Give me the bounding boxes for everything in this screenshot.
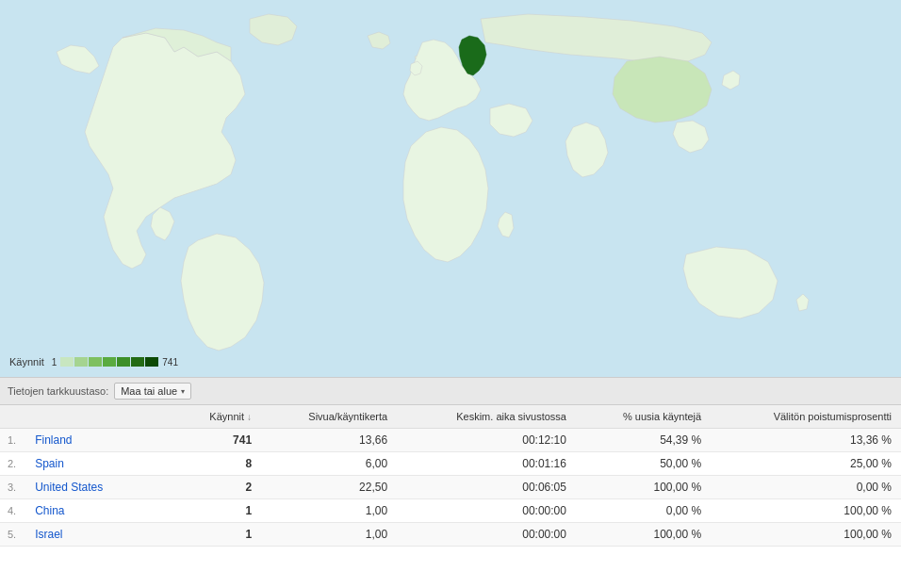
table-row: 4. China 1 1,00 00:00:00 0,00 % 100,00 % [0, 499, 901, 523]
table-body: 1. Finland 741 13,66 00:12:10 54,39 % 13… [0, 429, 901, 547]
data-table-area: Tietojen tarkkuustaso: Maa tai alue ▾ Kä… [0, 377, 901, 547]
row-avg-time: 00:12:10 [397, 429, 576, 452]
row-bounce-rate: 25,00 % [711, 452, 901, 476]
row-country[interactable]: Israel [25, 523, 176, 547]
row-pages-per-visit: 22,50 [261, 476, 397, 499]
world-map: Käynnit 1 741 [0, 0, 901, 377]
table-filter-row: Tietojen tarkkuustaso: Maa tai alue ▾ [0, 377, 901, 405]
row-visits: 8 [176, 452, 261, 476]
country-link[interactable]: Spain [35, 457, 64, 470]
analytics-table: Käynnit ↓ Sivua/käyntikerta Keskim. aika… [0, 405, 901, 547]
row-num: 1. [0, 429, 25, 452]
col-country [25, 405, 176, 429]
row-country[interactable]: China [25, 499, 176, 523]
legend-max: 741 [162, 357, 178, 368]
legend-min: 1 [52, 357, 57, 368]
row-new-visits: 100,00 % [576, 523, 711, 547]
row-bounce-rate: 0,00 % [711, 476, 901, 499]
row-visits: 741 [176, 429, 261, 452]
row-bounce-rate: 100,00 % [711, 499, 901, 523]
row-country[interactable]: Spain [25, 452, 176, 476]
row-bounce-rate: 13,36 % [711, 429, 901, 452]
row-bounce-rate: 100,00 % [711, 523, 901, 547]
legend-block-4 [103, 357, 116, 367]
row-new-visits: 100,00 % [576, 476, 711, 499]
row-visits: 2 [176, 476, 261, 499]
table-row: 2. Spain 8 6,00 00:01:16 50,00 % 25,00 % [0, 452, 901, 476]
row-new-visits: 0,00 % [576, 499, 711, 523]
row-num: 4. [0, 499, 25, 523]
row-pages-per-visit: 1,00 [261, 499, 397, 523]
country-link[interactable]: Israel [35, 528, 62, 541]
country-link[interactable]: China [35, 504, 64, 517]
row-avg-time: 00:00:00 [397, 523, 576, 547]
sort-arrow-icon: ↓ [247, 412, 252, 422]
row-pages-per-visit: 13,66 [261, 429, 397, 452]
row-avg-time: 00:01:16 [397, 452, 576, 476]
row-avg-time: 00:00:00 [397, 499, 576, 523]
map-legend: Käynnit 1 741 [9, 356, 178, 368]
country-link[interactable]: United States [35, 481, 103, 494]
row-new-visits: 50,00 % [576, 452, 711, 476]
granularity-label: Tietojen tarkkuustaso: [8, 385, 108, 397]
legend-block-3 [89, 357, 102, 367]
table-row: 5. Israel 1 1,00 00:00:00 100,00 % 100,0… [0, 523, 901, 547]
col-visits: Käynnit ↓ [176, 405, 261, 429]
table-row: 1. Finland 741 13,66 00:12:10 54,39 % 13… [0, 429, 901, 452]
row-country[interactable]: United States [25, 476, 176, 499]
legend-block-7 [145, 357, 158, 367]
legend-title: Käynnit [9, 356, 44, 368]
legend-block-2 [74, 357, 88, 367]
legend-block-5 [117, 357, 130, 367]
legend-block-6 [131, 357, 144, 367]
table-row: 3. United States 2 22,50 00:06:05 100,00… [0, 476, 901, 499]
row-avg-time: 00:06:05 [397, 476, 576, 499]
col-num [0, 405, 25, 429]
col-avg-time: Keskim. aika sivustossa [397, 405, 576, 429]
row-num: 2. [0, 452, 25, 476]
granularity-dropdown[interactable]: Maa tai alue ▾ [114, 383, 191, 400]
col-new-visits: % uusia käyntejä [576, 405, 711, 429]
row-visits: 1 [176, 523, 261, 547]
col-bounce-rate: Välitön poistumisprosentti [711, 405, 901, 429]
row-country[interactable]: Finland [25, 429, 176, 452]
chevron-down-icon: ▾ [181, 387, 185, 396]
row-num: 5. [0, 523, 25, 547]
row-visits: 1 [176, 499, 261, 523]
row-num: 3. [0, 476, 25, 499]
table-header: Käynnit ↓ Sivua/käyntikerta Keskim. aika… [0, 405, 901, 429]
legend-color-bar [60, 357, 158, 367]
row-pages-per-visit: 6,00 [261, 452, 397, 476]
row-pages-per-visit: 1,00 [261, 523, 397, 547]
row-new-visits: 54,39 % [576, 429, 711, 452]
granularity-value: Maa tai alue [121, 385, 177, 397]
country-link[interactable]: Finland [35, 433, 72, 447]
col-pages-per-visit: Sivua/käyntikerta [261, 405, 397, 429]
legend-block-1 [60, 357, 74, 367]
